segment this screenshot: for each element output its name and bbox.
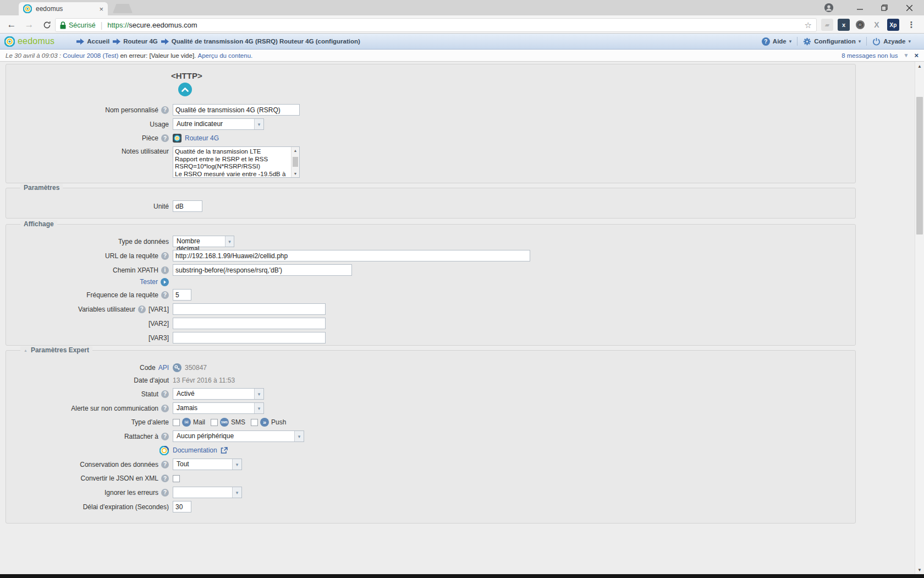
extension-r-icon[interactable]: R — [854, 19, 866, 31]
chevron-down-icon: ▾ — [254, 403, 263, 413]
configuration-menu[interactable]: Configuration▾ — [798, 37, 866, 46]
notification-bar: Le 30 avril à 09:03 : Couleur 2008 (Test… — [0, 50, 924, 62]
help-icon[interactable]: ? — [161, 489, 169, 497]
usage-label: Usage — [150, 121, 169, 128]
page-scrollbar[interactable]: ▲ ▼ — [915, 62, 924, 574]
security-chip[interactable]: Sécurisé — [60, 21, 96, 29]
conservation-label: Conservation des données — [80, 461, 158, 468]
ignorer-select[interactable]: ▾ — [173, 487, 242, 498]
help-icon[interactable]: ? — [161, 291, 169, 299]
bookmark-star-icon[interactable]: ☆ — [805, 20, 812, 30]
delai-input[interactable] — [173, 501, 191, 512]
notification-close-icon[interactable]: × — [914, 51, 919, 59]
profile-icon[interactable] — [817, 0, 841, 15]
var3-input[interactable] — [173, 332, 326, 343]
collapse-triangle-icon[interactable]: ▲ — [24, 348, 28, 352]
push-icon: » — [260, 418, 269, 427]
notes-scrollbar[interactable]: ▲ ▼ — [291, 147, 299, 177]
xpath-input[interactable] — [173, 264, 352, 276]
restore-button[interactable] — [872, 0, 897, 15]
sms-checkbox[interactable] — [211, 419, 218, 426]
browser-menu-icon[interactable]: ⋮ — [905, 19, 917, 31]
forward-button[interactable]: → — [22, 18, 36, 32]
help-icon[interactable]: ? — [161, 461, 169, 468]
mail-label: Mail — [193, 418, 205, 426]
notes-textarea[interactable]: Quatité de la transmission LTE Rapport e… — [173, 146, 300, 178]
frequence-input[interactable] — [173, 289, 191, 301]
tab-close-icon[interactable]: × — [99, 5, 103, 13]
extension-xp-icon[interactable]: Xp — [887, 19, 899, 31]
browser-tab[interactable]: eedomus × — [19, 2, 108, 15]
notification-device-link[interactable]: Couleur 2008 (Test) — [63, 52, 118, 59]
help-icon[interactable]: ? — [138, 306, 146, 313]
rattacher-select[interactable]: Aucun périphérique▾ — [173, 430, 304, 442]
room-icon — [173, 134, 182, 143]
alerte-comm-label: Alerte sur non communication — [71, 405, 158, 412]
close-window-button[interactable] — [897, 0, 921, 15]
address-bar[interactable]: Sécurisé | https://secure.eedomus.com ☆ — [55, 18, 817, 32]
new-tab-button[interactable] — [113, 4, 133, 13]
help-icon[interactable]: ? — [161, 252, 169, 260]
usage-select[interactable]: Autre indicateur▾ — [173, 118, 264, 130]
help-icon[interactable]: ? — [161, 134, 169, 142]
eedomus-brand[interactable]: eedomus — [4, 36, 54, 47]
api-link[interactable]: API — [158, 364, 169, 372]
url-requete-input[interactable] — [173, 250, 530, 261]
help-icon[interactable]: ? — [161, 390, 169, 398]
ignorer-label: Ignorer les erreurs — [105, 489, 158, 497]
extension-x-icon[interactable]: x — [838, 19, 850, 31]
arrow-right-icon — [76, 39, 84, 45]
tab-title: eedomus — [36, 5, 99, 13]
chevron-down-icon: ▾ — [254, 119, 263, 129]
help-icon[interactable]: ? — [161, 405, 169, 412]
help-icon[interactable]: ? — [161, 433, 169, 440]
breadcrumb: Accueil Routeur 4G Qualité de transmissi… — [76, 38, 360, 45]
nom-input[interactable] — [173, 104, 300, 116]
statut-select[interactable]: Activé▾ — [173, 388, 264, 400]
var1-input[interactable] — [173, 303, 326, 315]
help-icon[interactable]: ? — [161, 475, 169, 482]
extension-xmarks-icon[interactable]: X — [871, 19, 883, 31]
mail-checkbox[interactable] — [173, 419, 180, 426]
scroll-thumb[interactable] — [293, 157, 298, 167]
scroll-up-icon[interactable]: ▲ — [292, 147, 299, 154]
back-button[interactable]: ← — [4, 18, 19, 32]
api-key-icon[interactable] — [173, 363, 182, 372]
alerte-comm-select[interactable]: Jamais▾ — [173, 402, 264, 414]
scroll-up-icon[interactable]: ▲ — [915, 62, 924, 70]
play-icon[interactable] — [161, 278, 169, 286]
notification-preview-link[interactable]: Aperçu du contenu. — [198, 52, 253, 59]
user-menu[interactable]: Azyade▾ — [867, 37, 916, 46]
notification-expand-icon[interactable]: ▼ — [904, 52, 909, 58]
breadcrumb-current: Qualité de transmission 4G (RSRQ) Routeu… — [161, 38, 360, 45]
minimize-button[interactable] — [848, 0, 872, 15]
device-type-title: <HTTP> — [171, 71, 855, 80]
type-donnees-select[interactable]: Nombre décimal▾ — [173, 236, 234, 247]
security-label: Sécurisé — [69, 21, 96, 29]
expert-panel: ▲Paramètres Expert CodeAPI 350847 Date d… — [6, 350, 856, 524]
unread-messages-link[interactable]: 8 messages non lus — [842, 52, 898, 59]
push-checkbox[interactable] — [251, 419, 258, 426]
scroll-thumb[interactable] — [916, 97, 923, 235]
collapse-up-button[interactable] — [178, 83, 192, 96]
url-requete-label: URL de la requête — [105, 252, 158, 260]
aide-menu[interactable]: ? Aide▾ — [756, 37, 797, 46]
unite-input[interactable] — [173, 200, 202, 212]
notes-label: Notes utilisateur — [122, 148, 169, 155]
info-icon[interactable]: i — [161, 266, 169, 274]
extension-pdf-icon[interactable]: ▰ — [821, 19, 833, 31]
json-xml-checkbox[interactable] — [173, 475, 180, 482]
help-icon: ? — [762, 37, 770, 46]
var2-input[interactable] — [173, 318, 326, 329]
chevron-down-icon: ▾ — [225, 236, 234, 247]
scroll-down-icon[interactable]: ▼ — [292, 170, 299, 177]
help-icon[interactable]: ? — [161, 106, 169, 114]
tester-link[interactable]: Tester — [140, 278, 158, 286]
refresh-button[interactable] — [40, 18, 54, 32]
breadcrumb-accueil[interactable]: Accueil — [76, 38, 109, 45]
documentation-link[interactable]: Documentation — [173, 446, 217, 454]
breadcrumb-routeur-4g[interactable]: Routeur 4G — [113, 38, 158, 45]
scroll-down-icon[interactable]: ▼ — [915, 565, 924, 574]
conservation-select[interactable]: Tout▾ — [173, 459, 242, 470]
room-link[interactable]: Routeur 4G — [185, 134, 219, 142]
